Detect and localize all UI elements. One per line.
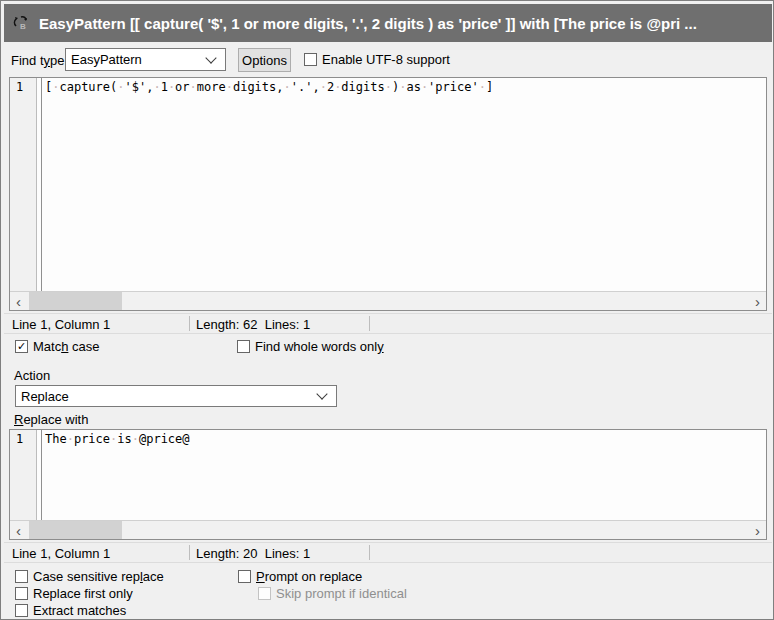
replace-with-input[interactable]: The·price·is·@price@ (41, 430, 766, 520)
line-number: 1 (16, 80, 23, 94)
find-type-select[interactable]: EasyPattern (65, 48, 226, 71)
length-info: Length: 62 Lines: 1 (196, 317, 310, 332)
replace-first-only-checkbox[interactable]: ✓ Replace first only (15, 586, 133, 601)
scrollbar-track[interactable] (27, 292, 749, 310)
scrollbar-track[interactable] (27, 521, 749, 539)
checkbox-box: ✓ (15, 587, 28, 600)
scroll-left-arrow[interactable]: ‹ (10, 521, 27, 539)
replace-with-editor: 1 The·price·is·@price@ ‹ › (9, 429, 767, 540)
chevron-down-icon (205, 52, 216, 63)
checkbox-box: ✓ (15, 570, 28, 583)
options-button[interactable]: Options (238, 48, 291, 72)
find-status-bar: Line 1, Column 1 Length: 62 Lines: 1 (4, 313, 772, 334)
line-number: 1 (16, 432, 23, 446)
replace-horizontal-scrollbar[interactable]: ‹ › (10, 520, 766, 539)
checkbox-box: ✓ (15, 604, 28, 617)
whole-words-label: Find whole words only (255, 339, 384, 354)
status-separator (189, 316, 190, 331)
checkbox-box: ✓ (237, 340, 250, 353)
action-value: Replace (16, 389, 318, 404)
cursor-position: Line 1, Column 1 (12, 546, 110, 561)
length-info: Length: 20 Lines: 1 (196, 546, 310, 561)
scroll-right-arrow[interactable]: › (749, 292, 766, 310)
match-case-label: Match case (33, 339, 99, 354)
checkbox-box: ✓ (15, 340, 28, 353)
check-icon: ✓ (17, 341, 26, 352)
svg-text:B: B (20, 22, 26, 31)
scroll-left-arrow[interactable]: ‹ (10, 292, 27, 310)
find-horizontal-scrollbar[interactable]: ‹ › (10, 291, 766, 310)
checkbox-box: ✓ (258, 587, 271, 600)
scrollbar-thumb[interactable] (29, 292, 122, 310)
scrollbar-thumb[interactable] (29, 521, 122, 539)
prompt-on-replace-checkbox[interactable]: ✓ Prompt on replace (238, 569, 362, 584)
action-label: Action (14, 368, 50, 383)
utf8-support-label: Enable UTF-8 support (322, 52, 450, 67)
replace-filter-icon: B (12, 14, 30, 32)
easypattern-filter-dialog: B EasyPattern [[ capture( '$', 1 or more… (0, 0, 774, 620)
action-select[interactable]: Replace (15, 385, 337, 407)
prompt-on-replace-label: Prompt on replace (256, 569, 362, 584)
replace-with-label: Replace with (14, 412, 88, 427)
find-pattern-input[interactable]: [·capture(·'$',·1·or·more·digits,·'.',·2… (41, 78, 766, 291)
status-separator (369, 545, 370, 560)
utf8-support-checkbox[interactable]: ✓ Enable UTF-8 support (304, 52, 450, 67)
match-case-checkbox[interactable]: ✓ Match case (15, 339, 99, 354)
case-sensitive-replace-label: Case sensitive replace (33, 569, 164, 584)
replace-status-bar: Line 1, Column 1 Length: 20 Lines: 1 (4, 542, 772, 563)
chevron-down-icon (316, 388, 327, 399)
line-number-gutter: 1 (10, 430, 37, 520)
find-type-value: EasyPattern (66, 52, 207, 67)
find-pattern-editor: 1 [·capture(·'$',·1·or·more·digits,·'.',… (9, 77, 767, 311)
status-separator (369, 316, 370, 331)
extract-matches-label: Extract matches (33, 603, 126, 618)
status-separator (189, 545, 190, 560)
find-type-label: Find type (11, 53, 64, 68)
checkbox-box: ✓ (304, 53, 317, 66)
extract-matches-checkbox[interactable]: ✓ Extract matches (15, 603, 126, 618)
replace-first-only-label: Replace first only (33, 586, 133, 601)
skip-prompt-if-identical-label: Skip prompt if identical (276, 586, 407, 601)
title-bar: B EasyPattern [[ capture( '$', 1 or more… (4, 4, 772, 42)
checkbox-box: ✓ (238, 570, 251, 583)
scroll-right-arrow[interactable]: › (749, 521, 766, 539)
cursor-position: Line 1, Column 1 (12, 317, 110, 332)
case-sensitive-replace-checkbox[interactable]: ✓ Case sensitive replace (15, 569, 164, 584)
whole-words-checkbox[interactable]: ✓ Find whole words only (237, 339, 384, 354)
line-number-gutter: 1 (10, 78, 37, 291)
dialog-title: EasyPattern [[ capture( '$', 1 or more d… (39, 15, 697, 32)
skip-prompt-if-identical-checkbox: ✓ Skip prompt if identical (258, 586, 407, 601)
